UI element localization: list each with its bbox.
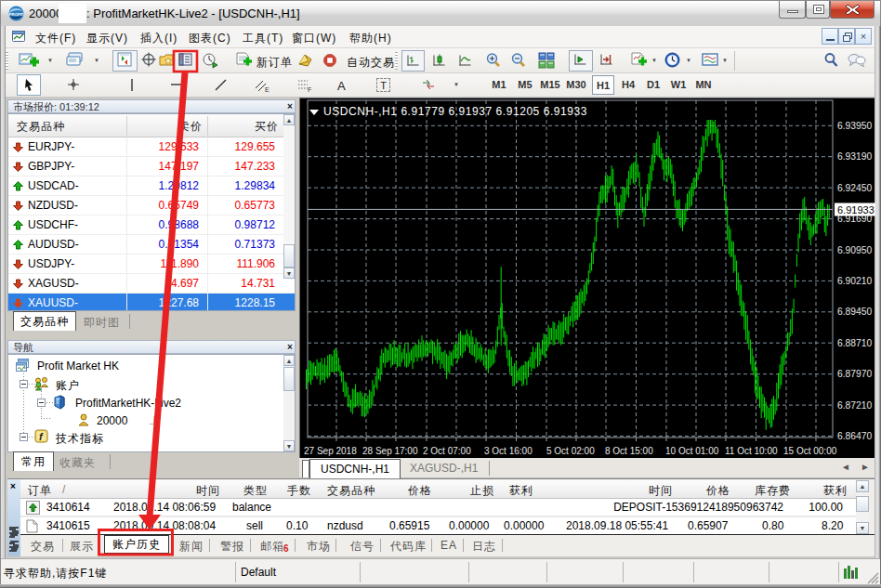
svg-text:6.88710: 6.88710	[837, 338, 872, 348]
svg-text:USDCNH-,H1 6.91779 6.91937 6.: USDCNH-,H1 6.91779 6.91937 6.91205 6.919…	[323, 105, 587, 118]
svg-text:11 Oct 10:00: 11 Oct 10:00	[725, 446, 778, 456]
svg-text:15 Oct 00:00: 15 Oct 00:00	[783, 446, 837, 456]
svg-text:6.86470: 6.86470	[837, 431, 872, 441]
svg-text:3 Oct 16:00: 3 Oct 16:00	[484, 446, 533, 456]
svg-text:10 Oct 01:00: 10 Oct 01:00	[665, 446, 719, 456]
svg-text:6.92450: 6.92450	[837, 183, 872, 193]
svg-text:6.90210: 6.90210	[837, 276, 872, 286]
svg-text:E: E	[265, 86, 270, 93]
svg-text:F: F	[308, 86, 311, 93]
svg-text:6.87210: 6.87210	[837, 400, 872, 411]
svg-text:5 Oct 02:00: 5 Oct 02:00	[546, 446, 595, 456]
svg-text:6.89450: 6.89450	[837, 307, 872, 317]
svg-text:28 Sep 17:00: 28 Sep 17:00	[362, 446, 418, 456]
svg-text:6.90950: 6.90950	[837, 245, 872, 255]
svg-text:27 Sep 2018: 27 Sep 2018	[304, 446, 357, 456]
svg-text:PROFIT: PROFIT	[9, 12, 24, 17]
svg-text:6.93950: 6.93950	[837, 121, 872, 131]
svg-text:2 Oct 07:00: 2 Oct 07:00	[423, 446, 471, 456]
svg-text:6.93190: 6.93190	[837, 151, 872, 162]
svg-text:6.91933: 6.91933	[837, 204, 874, 216]
svg-text:6.87970: 6.87970	[837, 369, 872, 379]
svg-text:8 Oct 15:00: 8 Oct 15:00	[605, 446, 653, 456]
